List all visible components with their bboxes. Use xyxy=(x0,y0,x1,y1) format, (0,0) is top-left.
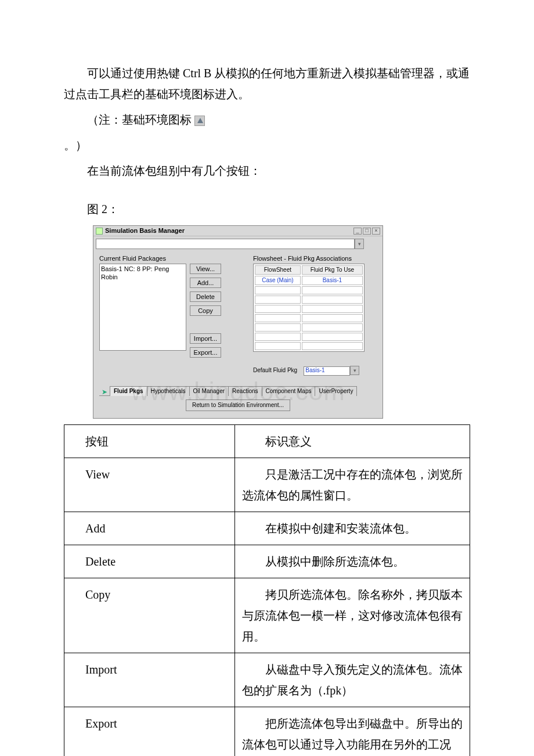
window-icon xyxy=(96,228,103,235)
add-button[interactable]: Add... xyxy=(190,278,221,288)
sim-basis-manager-window: Simulation Basis Manager _ □ × ▾ Current… xyxy=(93,225,383,419)
tab-fluid-pkgs[interactable]: Fluid Pkgs xyxy=(110,386,147,396)
dropdown-arrow-icon[interactable]: ▾ xyxy=(355,239,364,249)
table-row: Add xyxy=(64,512,235,545)
intro-paragraph: 可以通过使用热键 Ctrl B 从模拟的任何地方重新进入模拟基础管理器，或通过点… xyxy=(64,63,470,105)
figure-label: 图 2： xyxy=(64,199,470,219)
close-icon[interactable]: × xyxy=(372,228,380,235)
export-button[interactable]: Export... xyxy=(190,347,221,358)
top-text-input[interactable] xyxy=(96,239,355,249)
table-row-meaning: 只是激活工况中存在的流体包，浏览所选流体包的属性窗口。 xyxy=(234,458,470,512)
icon-note: （注：基础环境图标 xyxy=(64,109,470,130)
icon-note-close: 。） xyxy=(64,135,470,156)
flowsheet-associations-label: Flowsheet - Fluid Pkg Associations xyxy=(253,255,377,262)
tab-lead-icon: ➤ xyxy=(99,388,110,396)
list-item[interactable]: Basis-1 NC: 8 PP: Peng Robin xyxy=(101,265,185,280)
buttons-intro: 在当前流体包组别中有几个按钮： xyxy=(64,160,470,181)
tab-hypotheticals[interactable]: Hypotheticals xyxy=(147,386,190,396)
minimize-icon[interactable]: _ xyxy=(353,228,362,235)
delete-button[interactable]: Delete xyxy=(190,291,221,302)
tab-component-maps[interactable]: Component Maps xyxy=(262,386,316,396)
button-description-table: 按钮 标识意义 View 只是激活工况中存在的流体包，浏览所选流体包的属性窗口。… xyxy=(64,424,470,756)
dropdown-arrow-icon[interactable]: ▾ xyxy=(350,366,359,375)
table-row-meaning: 在模拟中创建和安装流体包。 xyxy=(234,512,470,545)
import-button[interactable]: Import... xyxy=(190,333,221,344)
table-row: Export xyxy=(64,707,235,756)
table-row-meaning: 从模拟中删除所选流体包。 xyxy=(234,545,470,578)
icon-note-text-a: （注：基础环境图标 xyxy=(87,113,194,126)
default-fluid-pkg-label: Default Fluid Pkg xyxy=(253,367,297,373)
maximize-icon[interactable]: □ xyxy=(363,228,371,235)
copy-button[interactable]: Copy xyxy=(190,305,221,316)
table-row: Copy xyxy=(64,578,235,653)
fluid-packages-listbox[interactable]: Basis-1 NC: 8 PP: Peng Robin xyxy=(99,264,186,351)
table-row-meaning: 拷贝所选流体包。除名称外，拷贝版本与原流体包一模一样，这对修改流体包很有用。 xyxy=(234,578,470,653)
current-fluid-packages-label: Current Fluid Packages xyxy=(99,255,247,262)
default-fluid-pkg-select[interactable]: Basis-1 xyxy=(304,366,350,376)
assoc-col-pkg: Fluid Pkg To Use xyxy=(302,265,363,275)
basis-env-icon xyxy=(194,116,205,126)
view-button[interactable]: View... xyxy=(190,264,221,274)
table-row: Delete xyxy=(64,545,235,578)
table-row-meaning: 从磁盘中导入预先定义的流体包。流体包的扩展名为（.fpk） xyxy=(234,653,470,707)
tab-user-property[interactable]: UserProperty xyxy=(315,386,357,396)
table-header-button: 按钮 xyxy=(64,425,235,458)
tab-oil-manager[interactable]: Oil Manager xyxy=(189,386,229,396)
table-row: View xyxy=(64,458,235,512)
associations-table: FlowSheet Fluid Pkg To Use Case (Main) B… xyxy=(253,264,365,352)
assoc-pkg-cell[interactable]: Basis-1 xyxy=(302,276,363,285)
assoc-col-flowsheet: FlowSheet xyxy=(255,265,301,275)
return-to-sim-button[interactable]: Return to Simulation Environment... xyxy=(186,399,290,411)
titlebar: Simulation Basis Manager _ □ × xyxy=(93,226,383,236)
table-header-meaning: 标识意义 xyxy=(234,425,470,458)
window-title: Simulation Basis Manager xyxy=(105,227,353,235)
tabs: ➤ Fluid Pkgs Hypotheticals Oil Manager R… xyxy=(99,386,377,396)
assoc-flowsheet-cell[interactable]: Case (Main) xyxy=(255,276,301,285)
tab-reactions[interactable]: Reactions xyxy=(228,386,262,396)
table-row-meaning: 把所选流体包导出到磁盘中。所导出的流体包可以通过导入功能用在另外的工况中。 xyxy=(234,707,470,756)
table-row: Import xyxy=(64,653,235,707)
